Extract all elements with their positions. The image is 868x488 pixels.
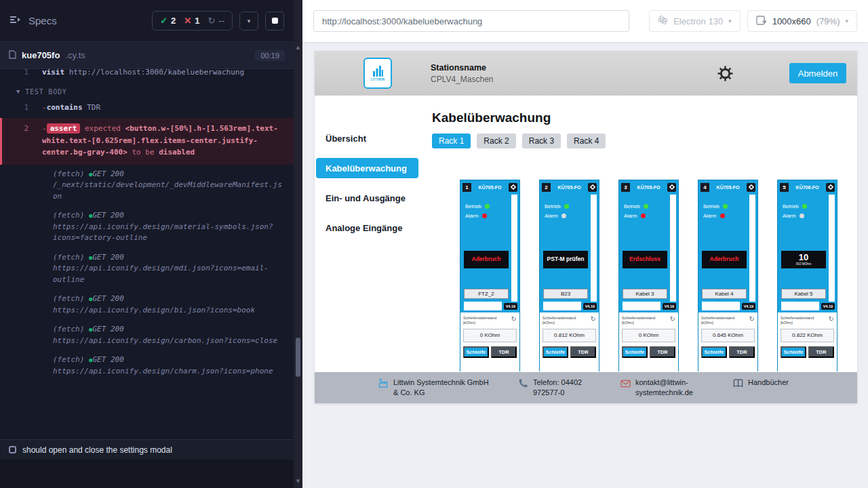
cable-name: B23 xyxy=(543,289,588,299)
fetch-code: 200 xyxy=(111,253,124,262)
device-gear-icon[interactable] xyxy=(667,183,676,192)
tab-rack-3[interactable]: Rack 3 xyxy=(522,134,561,148)
device-model: KÜ706-FO xyxy=(791,185,824,190)
email-icon xyxy=(620,378,631,390)
schleife-button[interactable]: Schleife xyxy=(622,346,648,358)
sidebar-item-analoge-eingaenge[interactable]: Analoge Eingänge xyxy=(315,218,420,238)
alarm-label: Alarm xyxy=(465,213,479,219)
fetch-log-entry[interactable]: (fetch) ●GET 200 https://api.iconify.des… xyxy=(0,248,294,290)
tdr-button[interactable]: TDR xyxy=(650,346,675,358)
refresh-icon[interactable]: ↻ xyxy=(670,316,675,323)
tdr-button[interactable]: TDR xyxy=(491,346,517,358)
command-name: visit xyxy=(42,69,64,77)
fetch-log-entry[interactable]: (fetch) ●GET 200 https://api.iconify.des… xyxy=(0,350,294,381)
command-number: 2 xyxy=(0,123,28,135)
status-text: Aderbruch xyxy=(710,256,739,262)
viewport-size: 1000x660 xyxy=(772,16,811,26)
chevron-down-icon: ▾ xyxy=(728,18,732,24)
tab-rack-4[interactable]: Rack 4 xyxy=(567,134,606,148)
measurement-label: Schleifenwiderstand [kOhm] xyxy=(622,316,660,326)
refresh-icon[interactable]: ↻ xyxy=(511,316,517,323)
firmware-version: V4.19 xyxy=(504,303,517,310)
schleife-button[interactable]: Schleife xyxy=(463,346,489,358)
test-body-section[interactable]: ▼ TEST BODY xyxy=(0,81,294,100)
betrieb-led xyxy=(564,204,569,209)
tdr-button[interactable]: TDR xyxy=(729,346,755,358)
url-input[interactable]: http://localhost:3000/kabelueberwachung xyxy=(313,10,629,32)
browser-name: Electron 130 xyxy=(673,16,723,26)
assert-expected: expected xyxy=(85,124,121,133)
resistance-value: 0.645 KOhm xyxy=(701,329,755,342)
settings-gear-icon[interactable] xyxy=(716,64,734,82)
specs-label[interactable]: Specs xyxy=(28,15,57,26)
assert-state: disabled xyxy=(159,148,195,157)
version-field xyxy=(623,302,660,310)
command-assert-failed[interactable]: 2-assert expected <button.w-[50%].h-[1.5… xyxy=(0,118,294,165)
browser-select[interactable]: Electron 130 ▾ xyxy=(649,10,741,32)
fetch-url: https://api.iconify.design/bi.json?icons… xyxy=(53,305,284,317)
device-card: 2 KÜ705-FO Betrieb Alarm PST-M prüfen xyxy=(539,180,599,371)
email-address: kontakt@littwin-systemtechnik.de xyxy=(635,378,710,398)
device-gear-icon[interactable] xyxy=(747,183,755,192)
device-gear-icon[interactable] xyxy=(826,183,835,192)
littwin-logo: LITTWIN xyxy=(363,58,392,89)
scroll-down-icon[interactable]: ▼ xyxy=(294,479,302,484)
spec-file-name: kue705fo xyxy=(22,50,60,60)
schleife-button[interactable]: Schleife xyxy=(781,346,806,358)
stop-button[interactable] xyxy=(265,12,284,30)
device-gear-icon[interactable] xyxy=(588,183,597,192)
fetch-method: GET xyxy=(92,355,106,364)
fetch-code: 200 xyxy=(111,325,124,333)
schleife-button[interactable]: Schleife xyxy=(542,346,568,358)
company-name: Littwin Systemtechnik GmbH & Co. KG xyxy=(393,378,495,398)
fetch-log-entry[interactable]: (fetch) ●GET 200 /_next/static/developme… xyxy=(0,165,294,207)
scrollbar-thumb[interactable] xyxy=(296,338,300,377)
factory-icon xyxy=(378,378,389,391)
sidebar-item-kabelueberwachung[interactable]: Kabelüberwachung xyxy=(316,158,418,178)
footer-manuals[interactable]: Handbücher xyxy=(733,378,789,390)
schleife-button[interactable]: Schleife xyxy=(701,346,727,358)
reporter-scrollbar[interactable]: ▲ ▼ xyxy=(294,0,302,488)
sidebar-item-ein-und-ausgaenge[interactable]: Ein- und Ausgänge xyxy=(315,188,420,208)
book-icon xyxy=(733,378,743,390)
tab-rack-2[interactable]: Rack 2 xyxy=(477,134,515,148)
command-visit[interactable]: 1 visit http://localhost:3000/kabelueber… xyxy=(0,69,294,81)
betrieb-label: Betrieb xyxy=(703,203,719,209)
passed-count: 2 xyxy=(171,16,176,26)
device-cards: 1 KÜ705-FO Betrieb Alarm Aderbruch xyxy=(460,180,857,371)
logout-button[interactable]: Abmelden xyxy=(789,63,846,83)
specs-menu-icon[interactable] xyxy=(9,15,22,27)
meter-strip xyxy=(829,195,835,302)
chevron-down-icon: ▾ xyxy=(845,18,848,24)
fetch-label: (fetch) xyxy=(53,294,84,303)
fetch-label: (fetch) xyxy=(53,355,84,364)
viewport-select[interactable]: 1000x660 (79%) ▾ xyxy=(747,10,857,32)
firmware-version: V4.19 xyxy=(742,303,755,310)
scroll-up-icon[interactable]: ▲ xyxy=(294,45,302,50)
version-field xyxy=(781,302,819,310)
tdr-button[interactable]: TDR xyxy=(808,346,834,358)
device-model: KÜ705-FO xyxy=(632,185,665,190)
sidebar-item-uebersicht[interactable]: Übersicht xyxy=(315,128,420,148)
assert-tobe: to be xyxy=(132,148,154,157)
footer-company: Littwin Systemtechnik GmbH & Co. KG xyxy=(378,378,495,398)
collapse-button[interactable]: ▾ xyxy=(239,12,258,30)
command-contains[interactable]: 1-contains TDR xyxy=(0,100,294,117)
failed-icon: ✕ xyxy=(184,16,191,26)
device-gear-icon[interactable] xyxy=(509,183,517,192)
alarm-label: Alarm xyxy=(545,213,558,219)
tdr-button[interactable]: TDR xyxy=(570,346,596,358)
device-number: 1 xyxy=(462,183,471,192)
fetch-log-entry[interactable]: (fetch) ●GET 200 https://api.iconify.des… xyxy=(0,289,294,320)
refresh-icon[interactable]: ↻ xyxy=(749,316,755,323)
fetch-log-entry[interactable]: (fetch) ●GET 200 https://api.iconify.des… xyxy=(0,320,294,350)
next-test-row[interactable]: should open and close the settings modal xyxy=(0,439,294,460)
fetch-log-entry[interactable]: (fetch) ●GET 200 https://api.iconify.des… xyxy=(0,206,294,248)
chevron-down-icon: ▾ xyxy=(248,18,251,24)
alarm-label: Alarm xyxy=(783,213,796,219)
refresh-icon[interactable]: ↻ xyxy=(591,316,596,323)
tab-rack-1[interactable]: Rack 1 xyxy=(432,134,471,148)
refresh-icon[interactable]: ↻ xyxy=(829,316,834,323)
cable-name: FTZ_2 xyxy=(464,289,509,299)
spec-file-row[interactable]: kue705fo .cy.ts 00:19 xyxy=(0,42,294,69)
